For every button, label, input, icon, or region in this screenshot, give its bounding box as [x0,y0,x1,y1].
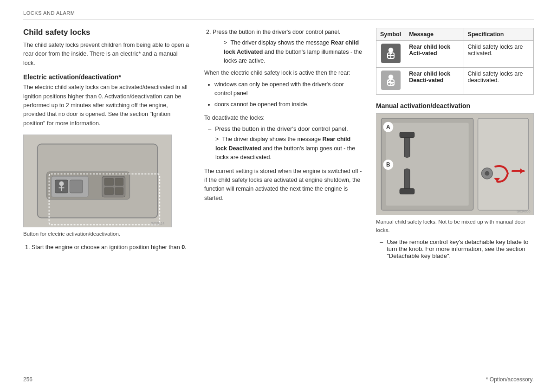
svg-rect-39 [400,189,415,194]
step2-sub: > The driver display shows the message R… [224,39,362,65]
svg-point-10 [59,181,64,186]
step1-period: . [185,244,186,251]
svg-point-42 [485,171,489,176]
symbol-cell-2 [376,68,405,95]
svg-point-24 [389,75,393,79]
svg-point-17 [389,48,393,52]
step2-item: Press the button in the driver's door co… [213,28,362,66]
svg-rect-13 [70,180,83,193]
svg-rect-7 [115,187,123,195]
stored-text: The current setting is stored when the e… [204,167,362,203]
manual-image-box: A B [376,113,534,215]
svg-rect-6 [104,187,114,195]
deactivate-intro: To deactivate the locks: [204,114,362,122]
manual-dash-container: – Use the remote control key's detachabl… [380,238,534,259]
spec-cell-1: Child safety locks are activated. [464,41,533,68]
manual-image-svg: A B [376,114,533,215]
page-number: 256 [23,376,32,383]
step1-text: Start the engine or choose an ignition p… [32,244,180,251]
steps-container: Press the button in the driver's door co… [204,28,362,203]
dash1-sub-text: The driver display shows the message [222,136,321,142]
step1-container: Start the engine or choose an ignition p… [23,243,190,252]
message-cell-1: Rear child lock Acti-vated [405,41,464,68]
svg-text:G03A650: G03A650 [517,210,530,213]
manual-section-title: Manual activation/deactivation [376,102,534,109]
step2-text: Press the button in the driver's door co… [213,29,340,35]
svg-text:B: B [386,161,390,168]
center-column: Press the button in the driver's door co… [204,28,362,262]
header-title: LOCKS AND ALARM [23,10,75,16]
svg-rect-4 [104,178,114,186]
image-caption: Button for electric activation/deactivat… [23,230,190,238]
svg-text:A: A [386,124,390,130]
electric-subtitle: Electric activation/deactivation* [23,73,190,81]
symbol-cell-1 [376,41,405,68]
page: LOCKS AND ALARM Child safety locks The c… [0,0,557,392]
section-title: Child safety locks [23,28,190,37]
dash1-container: – Press the button in the driver's door … [208,125,362,132]
step2-sub-text: The driver display shows the message [231,39,330,46]
svg-rect-40 [478,118,529,210]
svg-rect-5 [115,178,123,186]
left-column: Child safety locks The child safety lock… [23,28,190,262]
message-bold-1: Rear child lock Acti-vated [409,44,450,57]
bullet1: windows can only be opened with the driv… [214,80,362,98]
gt-symbol: > [215,136,219,142]
spec-table: Symbol Message Specification [376,28,534,95]
manual-caption: Manual child safety locks. Not to be mix… [376,218,534,235]
table-row-1: Rear child lock Acti-vated Child safety … [376,41,534,68]
message-bold-2: Rear child lock Deacti-vated [409,71,450,84]
footer: 256 * Option/accessory. [23,376,534,383]
header-section: LOCKS AND ALARM [23,9,534,19]
when-active-text: When the electric child safety lock is a… [204,69,362,77]
door-panel-svg: G03S114 [24,135,171,227]
footnote: * Option/accessory. [486,376,534,383]
lock-activated-icon [381,44,401,63]
table-row-2: Rear child lock Deacti-vated Child safet… [376,68,534,95]
manual-dash-text: Use the remote control key's detachable … [387,238,534,259]
manual-dash-symbol: – [380,238,383,259]
svg-rect-31 [386,123,468,206]
intro-text: The child safety locks prevent children … [23,41,190,68]
col-message: Message [405,28,464,41]
step1-item: Start the engine or choose an ignition p… [32,243,190,252]
svg-rect-35 [400,132,415,138]
message-cell-2: Rear child lock Deacti-vated [405,68,464,95]
dash1-sub-container: > The driver display shows the message R… [215,135,362,162]
spec-cell-2: Child safety locks are deactivated. [464,68,533,95]
door-panel-image: G03S114 [23,135,172,227]
dash1-text: Press the button in the driver's door co… [215,125,348,132]
bullet2: doors cannot be opened from inside. [214,100,362,109]
col-symbol: Symbol [376,28,405,41]
electric-desc: The electric child safety locks can be a… [23,83,190,128]
lock-deactivated-icon [381,71,401,90]
col-spec: Specification [464,28,533,41]
main-content: Child safety locks The child safety lock… [23,28,534,262]
dash-symbol: – [208,125,211,132]
right-column: Symbol Message Specification [376,28,534,262]
svg-text:G03S114: G03S114 [151,222,164,225]
